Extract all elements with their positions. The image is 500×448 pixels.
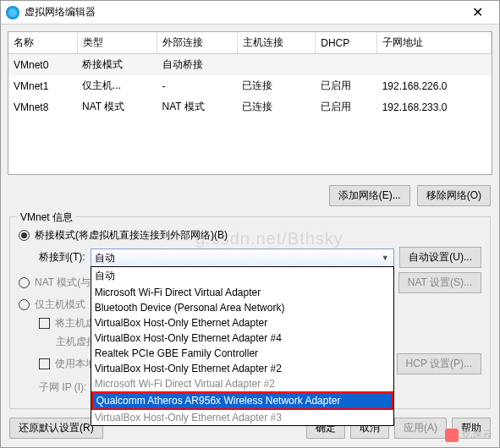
app-icon	[6, 6, 19, 19]
col-type[interactable]: 类型	[77, 32, 157, 54]
radio-bridge-label: 桥接模式(将虚拟机直接连接到外部网络)(B)	[35, 228, 228, 243]
checkbox-host-virtual[interactable]	[39, 318, 50, 329]
cell	[237, 54, 316, 76]
add-network-button[interactable]: 添加网络(E)...	[329, 185, 410, 206]
dd-item-selected[interactable]: Qualcomm Atheros AR956x Wireless Network…	[91, 391, 394, 410]
bridge-mode-row: 桥接模式(将虚拟机直接连接到外部网络)(B)	[19, 228, 481, 243]
bridge-to-row: 桥接到(T): 自动 ▼ 自动 Microsoft Wi-Fi Direct V…	[39, 247, 481, 268]
cell: VMnet1	[8, 75, 77, 96]
chevron-down-icon: ▼	[378, 251, 392, 265]
cell: 192.168.226.0	[377, 75, 492, 96]
cell: 已启用	[316, 96, 377, 117]
table-row[interactable]: VMnet1 仅主机... - 已连接 已启用 192.168.226.0	[8, 75, 492, 96]
dd-item[interactable]: VirtualBox Host-Only Ethernet Adapter #2	[91, 361, 394, 376]
dd-item[interactable]: VirtualBox Host-Only Ethernet Adapter #3	[91, 410, 394, 425]
close-button[interactable]: ✕	[460, 1, 494, 25]
cell: 192.168.233.0	[377, 96, 492, 117]
cell	[316, 54, 377, 76]
select-value: 自动	[95, 252, 115, 264]
dhcp-settings-button[interactable]: HCP 设置(P)...	[397, 353, 481, 374]
dd-item[interactable]: Bluetooth Device (Personal Area Network)	[91, 300, 394, 315]
cell: 已连接	[237, 75, 316, 96]
vmnet-info-group: VMnet 信息 桥接模式(将虚拟机直接连接到外部网络)(B) 桥接到(T): …	[9, 216, 491, 409]
dd-item[interactable]: 自动	[91, 267, 394, 285]
dd-item[interactable]: VirtualBox Host-Only Ethernet Adapter #4	[91, 331, 394, 346]
dd-item[interactable]: Realtek PCIe GBE Family Controller	[91, 346, 394, 361]
cell: NAT 模式	[157, 96, 238, 117]
col-host[interactable]: 主机连接	[237, 32, 316, 54]
radio-nat-label: NAT 模式(与	[35, 276, 91, 290]
auto-settings-button[interactable]: 自动设置(U)...	[399, 247, 481, 268]
radio-hostonly-label: 仅主机模式	[35, 298, 85, 312]
bridge-adapter-select[interactable]: 自动 ▼ 自动 Microsoft Wi-Fi Direct Virtual A…	[91, 249, 395, 267]
cell: -	[157, 75, 238, 96]
cell: VMnet8	[8, 96, 77, 117]
adapter-dropdown: 自动 Microsoft Wi-Fi Direct Virtual Adapte…	[91, 266, 395, 426]
cell: 自动桥接	[157, 54, 238, 76]
restore-defaults-button[interactable]: 还原默认设置(R)	[9, 418, 103, 439]
col-ext[interactable]: 外部连接	[157, 32, 238, 54]
cell: 桥接模式	[77, 54, 157, 76]
radio-nat[interactable]	[19, 277, 30, 288]
radio-hostonly[interactable]	[19, 299, 30, 310]
window-title: 虚拟网络编辑器	[25, 5, 460, 19]
checkbox-use-local[interactable]	[39, 358, 50, 369]
subnet-ip-label: 子网 IP (I):	[39, 380, 86, 395]
cell: NAT 模式	[77, 96, 157, 117]
cell: 已启用	[316, 75, 377, 96]
dd-item[interactable]: Microsoft Wi-Fi Direct Virtual Adapter	[91, 285, 394, 300]
cell: VMnet0	[8, 54, 77, 76]
table-row[interactable]: VMnet8 NAT 模式 NAT 模式 已连接 已启用 192.168.233…	[8, 96, 492, 117]
col-name[interactable]: 名称	[8, 32, 77, 54]
col-dhcp[interactable]: DHCP	[316, 32, 377, 54]
network-table: 名称 类型 外部连接 主机连接 DHCP 子网地址 VMnet0 桥接模式 自动…	[8, 31, 492, 175]
col-subnet[interactable]: 子网地址	[377, 32, 492, 54]
group-title: VMnet 信息	[17, 210, 76, 225]
dd-item[interactable]: Microsoft Wi-Fi Direct Virtual Adapter #…	[91, 376, 394, 391]
table-header-row: 名称 类型 外部连接 主机连接 DHCP 子网地址	[8, 32, 492, 54]
titlebar: 虚拟网络编辑器 ✕	[1, 1, 499, 25]
apply-button[interactable]: 应用(A)	[394, 418, 447, 439]
table-row[interactable]: VMnet0 桥接模式 自动桥接	[8, 54, 492, 76]
cell: 已连接	[237, 96, 316, 117]
cell: 仅主机...	[77, 75, 157, 96]
help-button[interactable]: 帮助	[452, 418, 491, 439]
radio-bridge[interactable]	[19, 230, 30, 241]
bridge-to-label: 桥接到(T):	[39, 250, 85, 265]
dd-item[interactable]: VirtualBox Host-Only Ethernet Adapter	[91, 315, 394, 331]
remove-network-button[interactable]: 移除网络(O)	[417, 185, 491, 206]
cell	[377, 54, 492, 76]
network-buttons: 添加网络(E)... 移除网络(O)	[1, 182, 499, 213]
nat-settings-button[interactable]: NAT 设置(S)...	[398, 272, 481, 293]
